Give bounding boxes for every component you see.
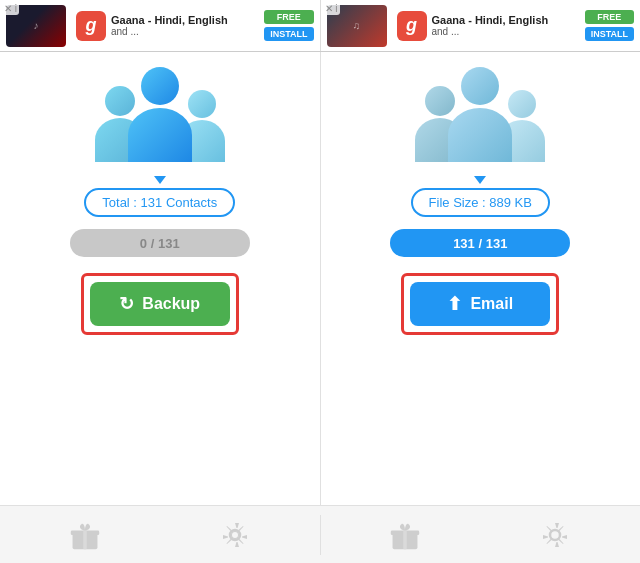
ad-text-right: Gaana - Hindi, English and ...: [432, 14, 585, 37]
backup-panel: Total : 131 Contacts 0 / 131 ↻ Backup: [0, 52, 321, 505]
total-contacts-badge: Total : 131 Contacts: [84, 188, 235, 217]
ad-buttons-left: FREE INSTALL: [264, 10, 313, 41]
ad-close-left[interactable]: ✕ i: [2, 2, 19, 15]
backup-icon: ↻: [119, 293, 134, 315]
progress-pill-right: 131 / 131: [390, 229, 570, 257]
ad-free-right: FREE: [585, 10, 634, 24]
connector-left: [154, 176, 166, 184]
progress-text-left: 0 / 131: [140, 236, 180, 251]
progress-pill-left: 0 / 131: [70, 229, 250, 257]
person-front-right: [448, 67, 512, 162]
svg-point-5: [232, 532, 238, 538]
progress-text-right: 131 / 131: [453, 236, 507, 251]
gift-icon-right[interactable]: [387, 517, 423, 553]
ad-text-left: Gaana - Hindi, English and ...: [111, 14, 264, 37]
ad-title-right: Gaana - Hindi, English: [432, 14, 585, 26]
ad-install-left[interactable]: INSTALL: [264, 27, 313, 41]
body-front-left: [128, 108, 192, 162]
svg-rect-2: [83, 530, 87, 549]
ad-left[interactable]: ✕ i ♪ g Gaana - Hindi, English and ... F…: [0, 0, 321, 51]
svg-rect-8: [404, 530, 408, 549]
backup-label: Backup: [142, 295, 200, 313]
bottom-right-section: [321, 517, 641, 553]
ad-banner: ✕ i ♪ g Gaana - Hindi, English and ... F…: [0, 0, 640, 52]
contacts-group-icon-left: [95, 72, 225, 162]
svg-point-10: [552, 532, 558, 538]
ad-buttons-right: FREE INSTALL: [585, 10, 634, 41]
bottom-left-section: [0, 517, 320, 553]
backup-highlight-box: ↻ Backup: [81, 273, 239, 335]
ad-title-left: Gaana - Hindi, English: [111, 14, 264, 26]
email-button[interactable]: ⬆ Email: [410, 282, 550, 326]
ad-logo-left: g: [76, 11, 106, 41]
ad-install-right[interactable]: INSTALL: [585, 27, 634, 41]
email-highlight-box: ⬆ Email: [401, 273, 559, 335]
bottom-bar: [0, 505, 640, 563]
ad-logo-right: g: [397, 11, 427, 41]
ad-subtitle-left: and ...: [111, 26, 264, 37]
email-label: Email: [470, 295, 513, 313]
person-front-left: [128, 67, 192, 162]
backup-button[interactable]: ↻ Backup: [90, 282, 230, 326]
email-panel: File Size : 889 KB 131 / 131 ⬆ Email: [321, 52, 641, 505]
ad-right[interactable]: ✕ i ♫ g Gaana - Hindi, English and ... F…: [321, 0, 641, 51]
file-size-badge: File Size : 889 KB: [411, 188, 550, 217]
gift-icon-left[interactable]: [67, 517, 103, 553]
head-back-right: [188, 90, 216, 118]
head-front-left: [141, 67, 179, 105]
ad-free-left: FREE: [264, 10, 313, 24]
main-content: Total : 131 Contacts 0 / 131 ↻ Backup: [0, 52, 640, 505]
ad-subtitle-right: and ...: [432, 26, 585, 37]
upload-icon: ⬆: [447, 293, 462, 315]
gear-icon-left[interactable]: [217, 517, 253, 553]
connector-right: [474, 176, 486, 184]
head-back-right-r: [508, 90, 536, 118]
body-front-right: [448, 108, 512, 162]
contacts-group-icon-right: [415, 72, 545, 162]
ad-close-right[interactable]: ✕ i: [323, 2, 340, 15]
head-front-right: [461, 67, 499, 105]
gear-icon-right[interactable]: [537, 517, 573, 553]
